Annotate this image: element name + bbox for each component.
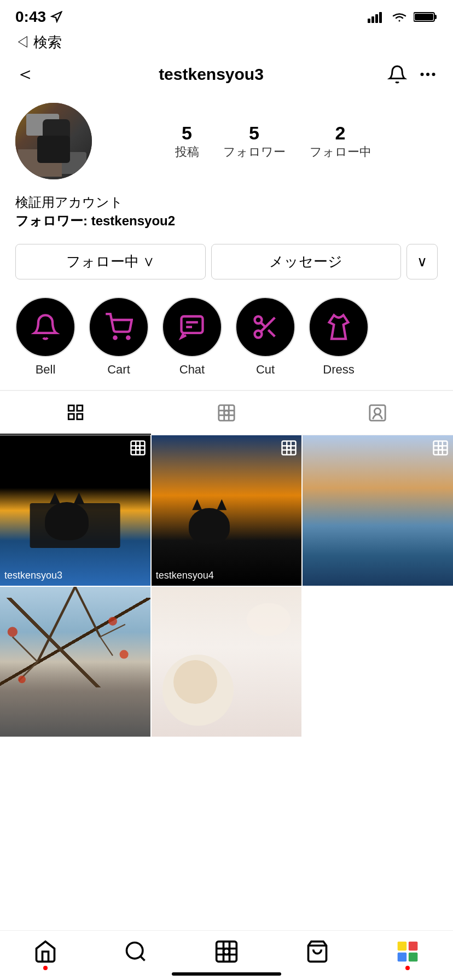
svg-rect-6	[434, 15, 437, 19]
svg-marker-0	[52, 12, 61, 21]
bell-icon	[31, 313, 60, 341]
svg-rect-4	[379, 12, 382, 23]
svg-rect-23	[68, 414, 74, 419]
back-button[interactable]: ＜	[15, 61, 35, 88]
highlight-bell-label: Bell	[36, 363, 56, 377]
posts-count: 5	[175, 122, 199, 144]
follower-line-label: フォロワー:	[15, 213, 91, 228]
tab-reels[interactable]	[151, 391, 302, 435]
follow-button[interactable]: フォロー中 ∨	[15, 244, 206, 279]
home-icon	[33, 940, 57, 964]
svg-rect-73	[409, 953, 418, 962]
svg-rect-71	[409, 942, 418, 951]
svg-point-10	[432, 73, 435, 76]
bio-follower: フォロワー: testkensyou2	[15, 212, 438, 230]
svg-rect-21	[68, 405, 74, 411]
highlight-dress[interactable]: Dress	[309, 297, 369, 377]
highlight-chat-label: Chat	[179, 363, 205, 377]
home-dot	[43, 966, 48, 970]
follower-name: testkensyou2	[91, 213, 175, 228]
svg-rect-72	[398, 953, 407, 962]
nav-reels[interactable]	[181, 940, 272, 964]
nav-search[interactable]	[91, 940, 182, 964]
grid-item-2[interactable]: testkensyou4	[152, 435, 302, 586]
highlight-dress-label: Dress	[323, 363, 354, 377]
nav-profile[interactable]	[362, 940, 453, 964]
svg-rect-1	[368, 19, 370, 23]
bottom-spacer	[0, 737, 453, 824]
search-icon	[124, 940, 148, 964]
content-tab-bar	[0, 390, 453, 435]
followers-count: 5	[223, 122, 286, 144]
reel-nav-icon	[214, 940, 239, 964]
svg-rect-2	[371, 16, 374, 23]
highlight-chat[interactable]: Chat	[162, 297, 222, 377]
bio-text: 検証用アカウント	[15, 192, 438, 212]
grid-item-4[interactable]	[0, 587, 150, 737]
action-buttons: フォロー中 ∨ メッセージ ∨	[0, 238, 453, 288]
grid-icon	[66, 403, 85, 422]
grid-item-5[interactable]	[152, 587, 302, 737]
posts-label: 投稿	[175, 144, 199, 160]
nav-shop[interactable]	[272, 940, 363, 964]
highlight-cart[interactable]: Cart	[89, 297, 149, 377]
profile-section: 5 投稿 5 フォロワー 2 フォロー中	[0, 94, 453, 188]
status-time: 0:43	[15, 8, 46, 26]
followers-stat: 5 フォロワー	[223, 122, 286, 160]
svg-rect-63	[217, 942, 237, 962]
svg-point-9	[426, 73, 429, 76]
reel-badge-3	[432, 440, 449, 458]
highlight-cut-label: Cut	[256, 363, 275, 377]
profile-header: ＜ testkensyou3	[0, 54, 453, 94]
svg-rect-3	[375, 14, 378, 23]
svg-point-8	[421, 73, 424, 76]
highlights-row: Bell Cart Chat	[0, 288, 453, 390]
home-indicator	[172, 972, 281, 976]
back-label[interactable]: ◁ 検索	[15, 33, 62, 52]
status-bar: 0:43	[0, 0, 453, 31]
profile-stats: 5 投稿 5 フォロワー 2 フォロー中	[108, 122, 438, 160]
nav-home[interactable]	[0, 940, 91, 964]
svg-rect-24	[77, 414, 83, 419]
signal-icon	[368, 11, 385, 23]
highlight-cut[interactable]: Cut	[235, 297, 295, 377]
svg-line-20	[261, 323, 265, 327]
svg-point-59	[18, 675, 26, 683]
svg-rect-39	[282, 441, 296, 455]
shop-icon	[305, 940, 329, 964]
back-nav[interactable]: ◁ 検索	[0, 31, 453, 54]
svg-point-57	[8, 627, 18, 637]
svg-line-55	[100, 624, 125, 637]
cut-icon	[251, 313, 280, 341]
svg-point-16	[255, 317, 262, 324]
svg-rect-31	[370, 405, 385, 421]
grid-item-3[interactable]	[303, 435, 453, 586]
svg-rect-25	[219, 405, 234, 421]
notification-icon[interactable]	[387, 65, 407, 84]
tab-tagged[interactable]	[302, 391, 453, 435]
svg-line-62	[141, 956, 145, 961]
reel-badge-1	[130, 440, 146, 458]
username-overlay-1: testkensyou3	[4, 570, 62, 581]
svg-line-51	[38, 587, 76, 662]
following-label: フォロー中	[310, 144, 371, 160]
reel-badge-2	[281, 440, 297, 458]
more-options-icon[interactable]	[418, 65, 438, 84]
svg-rect-13	[182, 317, 203, 333]
avatar	[15, 103, 92, 179]
avatar-image	[15, 103, 92, 179]
svg-line-19	[268, 330, 275, 336]
svg-line-54	[75, 587, 100, 637]
cart-icon	[104, 313, 133, 341]
more-button[interactable]: ∨	[406, 244, 438, 279]
tab-grid[interactable]	[0, 391, 151, 435]
grid-item-1[interactable]: testkensyou3	[0, 435, 150, 586]
svg-point-61	[127, 943, 143, 959]
cat-silhouette-2	[189, 508, 230, 544]
message-button[interactable]: メッセージ	[211, 244, 402, 279]
profile-nav-icon	[396, 940, 420, 964]
highlight-bell[interactable]: Bell	[15, 297, 76, 377]
svg-point-60	[120, 650, 129, 658]
svg-rect-70	[398, 942, 407, 951]
page-title: testkensyou3	[159, 65, 264, 84]
